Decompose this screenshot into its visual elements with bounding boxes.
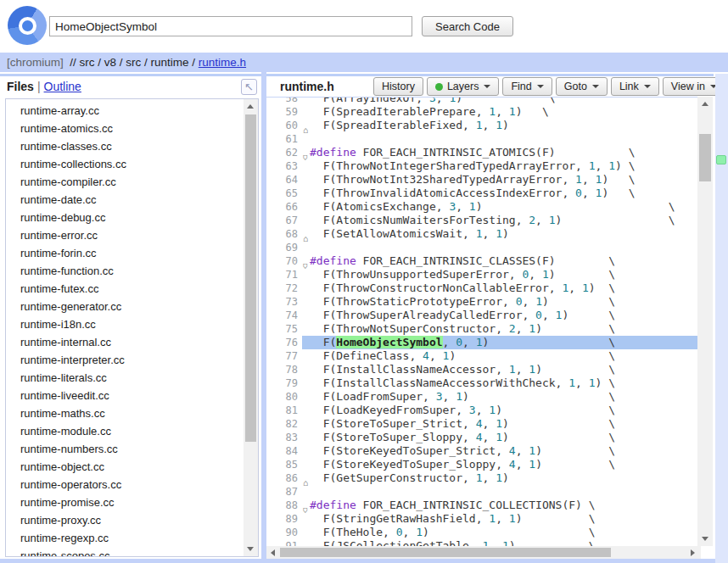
code-line[interactable]: 60⌂ F(SpreadIterableFixed, 1, 1)	[266, 119, 698, 132]
code-line[interactable]: 68⌂ F(SetAllowAtomicsWait, 1, 1)	[266, 227, 698, 241]
collapse-sidebar-icon[interactable]: ↖	[241, 79, 257, 95]
file-item[interactable]: runtime-maths.cc	[6, 404, 258, 422]
sidebar-scrollbar-thumb[interactable]	[245, 114, 256, 442]
line-number[interactable]: 66	[266, 200, 302, 214]
code-line[interactable]: 80 F(LoadFromSuper, 3, 1) \	[266, 390, 698, 404]
file-item[interactable]: runtime-debug.cc	[6, 209, 258, 226]
toolbar-goto-button[interactable]: Goto	[556, 77, 608, 96]
search-input[interactable]	[49, 16, 412, 36]
line-number[interactable]: 72	[266, 282, 302, 295]
scroll-right-icon[interactable]	[691, 549, 695, 556]
line-number[interactable]: 64	[266, 173, 302, 187]
line-number[interactable]: 59	[266, 105, 302, 119]
scroll-up-icon[interactable]	[702, 102, 708, 106]
line-number[interactable]: 71	[266, 268, 302, 282]
code-line[interactable]: 70⌂#define FOR_EACH_INTRINSIC_CLASSES(F)…	[266, 254, 698, 268]
line-number[interactable]: 88	[266, 499, 302, 512]
line-number[interactable]: 90	[266, 526, 302, 539]
file-item[interactable]: runtime-generator.cc	[6, 298, 258, 315]
file-item[interactable]: runtime-regexp.cc	[6, 529, 258, 547]
code-line[interactable]: 75 F(ThrowNotSuperConstructor, 2, 1) \	[266, 322, 698, 336]
line-number[interactable]: 87	[266, 485, 302, 499]
highlighted-symbol[interactable]: HomeObjectSymbol	[336, 336, 442, 348]
toolbar-history-button[interactable]: History	[373, 77, 423, 96]
line-number[interactable]: 76	[266, 336, 302, 349]
scroll-down-icon[interactable]	[702, 537, 708, 541]
code-line[interactable]: 76 F(HomeObjectSymbol, 0, 1) \	[266, 336, 698, 349]
code-line[interactable]: 66 F(AtomicsExchange, 3, 1) \	[266, 200, 698, 214]
code-line[interactable]: 88⌂#define FOR_EACH_INTRINSIC_COLLECTION…	[266, 499, 698, 512]
line-number[interactable]: 61	[266, 132, 302, 146]
toolbar-find-button[interactable]: Find	[502, 77, 552, 96]
file-item[interactable]: runtime-object.cc	[6, 458, 258, 476]
code-line[interactable]: 86⌂ F(GetSuperConstructor, 1, 1)	[266, 471, 698, 485]
file-item[interactable]: runtime-compiler.cc	[6, 173, 258, 191]
code-line[interactable]: 84 F(StoreKeyedToSuper_Strict, 4, 1) \	[266, 444, 698, 458]
tab-files[interactable]: Files	[7, 80, 34, 93]
code-line[interactable]: 64 F(ThrowNotInt32SharedTypedArrayError,…	[266, 173, 698, 187]
line-number[interactable]: 83	[266, 431, 302, 444]
line-number[interactable]: 63	[266, 159, 302, 173]
line-number[interactable]: 75	[266, 322, 302, 336]
file-item[interactable]: runtime-error.cc	[6, 226, 258, 244]
code-line[interactable]: 63 F(ThrowNotIntegerSharedTypedArrayErro…	[266, 159, 698, 173]
file-item[interactable]: runtime-date.cc	[6, 191, 258, 209]
file-item[interactable]: runtime-collections.cc	[6, 155, 258, 173]
file-item[interactable]: runtime-function.cc	[6, 262, 258, 280]
code-line[interactable]: 81 F(LoadKeyedFromSuper, 3, 1) \	[266, 404, 698, 417]
code-line[interactable]: 74 F(ThrowSuperAlreadyCalledError, 0, 1)…	[266, 309, 698, 322]
line-number[interactable]: 68	[266, 227, 302, 241]
file-item[interactable]: runtime-interpreter.cc	[6, 351, 258, 369]
file-item[interactable]: runtime-liveedit.cc	[6, 387, 258, 404]
line-number[interactable]: 89	[266, 512, 302, 526]
chromium-logo-icon[interactable]	[8, 6, 47, 45]
code-line[interactable]: 90 F(TheHole, 0, 1) \	[266, 526, 698, 539]
file-item[interactable]: runtime-proxy.cc	[6, 511, 258, 529]
line-number[interactable]: 82	[266, 417, 302, 431]
line-number[interactable]: 81	[266, 404, 302, 417]
line-number[interactable]: 78	[266, 363, 302, 376]
code-line[interactable]: 59 F(SpreadIterablePrepare, 1, 1) \	[266, 105, 698, 119]
breadcrumb-current-file-link[interactable]: runtime.h	[199, 56, 246, 69]
file-item[interactable]: runtime-numbers.cc	[6, 440, 258, 458]
file-item[interactable]: runtime-classes.cc	[6, 137, 258, 155]
file-item[interactable]: runtime-operators.cc	[6, 476, 258, 493]
code-line[interactable]: 79 F(InstallClassNameAccessorWithCheck, …	[266, 376, 698, 390]
code-line[interactable]: 73 F(ThrowStaticPrototypeError, 0, 1) \	[266, 295, 698, 309]
file-item[interactable]: runtime-array.cc	[6, 102, 258, 120]
file-item[interactable]: runtime-i18n.cc	[6, 315, 258, 333]
file-item[interactable]: runtime-literals.cc	[6, 369, 258, 387]
code-line[interactable]: 69	[266, 241, 698, 254]
line-number[interactable]: 85	[266, 458, 302, 471]
scroll-left-icon[interactable]	[271, 549, 275, 556]
line-number[interactable]: 91	[266, 539, 302, 546]
toolbar-layers-button[interactable]: Layers	[427, 77, 500, 96]
sidebar-scrollbar[interactable]	[244, 99, 258, 556]
line-number[interactable]: 86	[266, 471, 302, 485]
code-line[interactable]: 89 F(StringGetRawHashField, 1, 1) \	[266, 512, 698, 526]
line-number[interactable]: 70	[266, 254, 302, 268]
file-item[interactable]: runtime-module.cc	[6, 422, 258, 440]
line-number[interactable]: 77	[266, 349, 302, 363]
line-number[interactable]: 84	[266, 444, 302, 458]
tab-outline[interactable]: Outline	[44, 80, 81, 93]
code-horizontal-scrollbar[interactable]	[266, 546, 714, 559]
line-number[interactable]: 67	[266, 214, 302, 227]
code-line[interactable]: 67 F(AtomicsNumWaitersForTesting, 2, 1) …	[266, 214, 698, 227]
search-match-marker[interactable]	[716, 155, 726, 164]
line-number[interactable]: 58	[266, 97, 302, 105]
line-number[interactable]: 73	[266, 295, 302, 309]
file-item[interactable]: runtime-futex.cc	[6, 280, 258, 298]
code-line[interactable]: 87	[266, 485, 698, 499]
code-line[interactable]: 72 F(ThrowConstructorNonCallableError, 1…	[266, 282, 698, 295]
code-line[interactable]: 58 F(ArrayIndexOf, 3, 1) \	[266, 97, 698, 105]
line-number[interactable]: 80	[266, 390, 302, 404]
code-line[interactable]: 71 F(ThrowUnsupportedSuperError, 0, 1) \	[266, 268, 698, 282]
code-scrollbar-thumb[interactable]	[699, 134, 711, 181]
line-number[interactable]: 69	[266, 241, 302, 254]
code-vertical-scrollbar[interactable]	[697, 97, 713, 546]
line-number[interactable]: 65	[266, 187, 302, 200]
scroll-down-icon[interactable]	[247, 547, 254, 551]
file-item[interactable]: runtime-scopes.cc	[6, 547, 258, 557]
code-line[interactable]: 78 F(InstallClassNameAccessor, 1, 1) \	[266, 363, 698, 376]
